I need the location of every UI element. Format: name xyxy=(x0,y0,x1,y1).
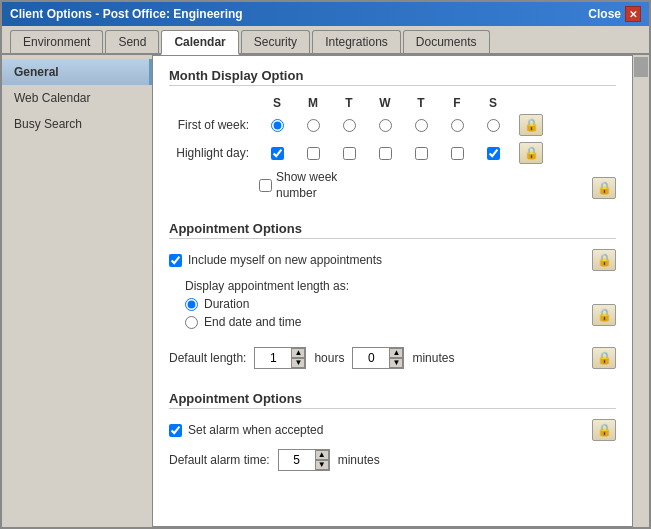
first-week-m[interactable] xyxy=(295,119,331,132)
set-alarm-label: Set alarm when accepted xyxy=(188,423,323,437)
first-week-s2[interactable] xyxy=(475,119,511,132)
close-button[interactable]: ✕ xyxy=(625,6,641,22)
highlight-day-lock[interactable]: 🔒 xyxy=(519,142,543,164)
include-myself-label: Include myself on new appointments xyxy=(188,253,382,267)
tab-documents[interactable]: Documents xyxy=(403,30,490,53)
main-panel: Month Display Option S M T W T F S First… xyxy=(152,55,633,527)
show-week-lock[interactable]: 🔒 xyxy=(592,177,616,199)
set-alarm-lock[interactable]: 🔒 xyxy=(592,419,616,441)
day-header-m: M xyxy=(295,96,331,110)
tab-environment[interactable]: Environment xyxy=(10,30,103,53)
include-myself-lock[interactable]: 🔒 xyxy=(592,249,616,271)
highlight-t1[interactable] xyxy=(331,147,367,160)
minutes-down-btn[interactable]: ▼ xyxy=(389,358,403,368)
hours-spinner: ▲ ▼ xyxy=(254,347,306,369)
day-header-t2: T xyxy=(403,96,439,110)
highlight-f[interactable] xyxy=(439,147,475,160)
close-icon: ✕ xyxy=(629,9,637,20)
highlight-t2[interactable] xyxy=(403,147,439,160)
first-week-t1[interactable] xyxy=(331,119,367,132)
minutes-spinner: ▲ ▼ xyxy=(352,347,404,369)
content-area: General Web Calendar Busy Search Month D… xyxy=(2,55,649,527)
tab-calendar[interactable]: Calendar xyxy=(161,30,238,55)
first-of-week-row: First of week: xyxy=(169,114,616,136)
day-headers: S M T W T F S xyxy=(259,96,616,110)
duration-lock[interactable]: 🔒 xyxy=(592,304,616,326)
lock-icon: 🔒 xyxy=(524,118,539,132)
alarm-spinner: ▲ ▼ xyxy=(278,449,330,471)
end-date-radio[interactable] xyxy=(185,316,198,329)
display-length-label: Display appointment length as: xyxy=(185,279,349,293)
sidebar-item-web-calendar[interactable]: Web Calendar xyxy=(2,85,152,111)
highlight-s2[interactable] xyxy=(475,147,511,160)
hours-label: hours xyxy=(314,351,344,365)
duration-radio[interactable] xyxy=(185,298,198,311)
hours-spinner-btns: ▲ ▼ xyxy=(291,348,305,368)
set-alarm-checkbox[interactable] xyxy=(169,424,182,437)
default-length-lock[interactable]: 🔒 xyxy=(592,347,616,369)
duration-radio-row: Duration xyxy=(185,297,592,311)
highlight-m[interactable] xyxy=(295,147,331,160)
lock-icon-3: 🔒 xyxy=(597,181,612,195)
highlight-day-row: Highlight day: xyxy=(169,142,616,164)
hours-down-btn[interactable]: ▼ xyxy=(291,358,305,368)
duration-radio-group: Duration End date and time xyxy=(185,297,592,329)
show-week-label: Show weeknumber xyxy=(276,170,337,201)
hours-input[interactable] xyxy=(255,348,291,368)
highlight-day-cells xyxy=(259,147,511,160)
duration-row: Duration End date and time 🔒 xyxy=(169,297,616,333)
minutes-input[interactable] xyxy=(353,348,389,368)
default-length-row: Default length: ▲ ▼ hours xyxy=(169,341,616,375)
first-week-t2[interactable] xyxy=(403,119,439,132)
sidebar-item-general[interactable]: General xyxy=(2,59,152,85)
alarm-down-btn[interactable]: ▼ xyxy=(315,460,329,470)
alarm-up-btn[interactable]: ▲ xyxy=(315,450,329,460)
calendar-grid: S M T W T F S First of week: xyxy=(169,96,616,205)
lock-icon-6: 🔒 xyxy=(597,351,612,365)
main-window: Client Options - Post Office: Engineerin… xyxy=(0,0,651,529)
end-date-label: End date and time xyxy=(204,315,301,329)
title-bar: Client Options - Post Office: Engineerin… xyxy=(2,2,649,26)
highlight-w[interactable] xyxy=(367,147,403,160)
day-header-s2: S xyxy=(475,96,511,110)
default-alarm-label: Default alarm time: xyxy=(169,453,270,467)
lock-icon-2: 🔒 xyxy=(524,146,539,160)
first-of-week-cells xyxy=(259,119,511,132)
lock-icon-7: 🔒 xyxy=(597,423,612,437)
alarm-input[interactable] xyxy=(279,450,315,470)
show-week-row: Show weeknumber 🔒 xyxy=(169,170,616,205)
show-week-content: Show weeknumber xyxy=(259,170,337,201)
minutes-up-btn[interactable]: ▲ xyxy=(389,348,403,358)
highlight-s1[interactable] xyxy=(259,147,295,160)
hours-up-btn[interactable]: ▲ xyxy=(291,348,305,358)
minutes-spinner-btns: ▲ ▼ xyxy=(389,348,403,368)
first-week-s1[interactable] xyxy=(259,119,295,132)
set-alarm-row: Set alarm when accepted 🔒 xyxy=(169,419,616,441)
include-myself-checkbox[interactable] xyxy=(169,254,182,267)
first-week-w[interactable] xyxy=(367,119,403,132)
length-inputs: Default length: ▲ ▼ hours xyxy=(169,347,592,369)
lock-icon-4: 🔒 xyxy=(597,253,612,267)
show-week-checkbox[interactable] xyxy=(259,179,272,192)
display-length-label-row: Display appointment length as: xyxy=(169,279,616,293)
set-alarm-checkbox-row: Set alarm when accepted xyxy=(169,423,592,437)
first-week-f[interactable] xyxy=(439,119,475,132)
include-myself-row: Include myself on new appointments 🔒 xyxy=(169,249,616,271)
sidebar-item-busy-search[interactable]: Busy Search xyxy=(2,111,152,137)
first-of-week-label: First of week: xyxy=(169,118,259,132)
highlight-day-label: Highlight day: xyxy=(169,146,259,160)
tab-send[interactable]: Send xyxy=(105,30,159,53)
close-label: Close xyxy=(588,7,621,21)
close-area[interactable]: Close ✕ xyxy=(588,6,641,22)
first-week-lock[interactable]: 🔒 xyxy=(519,114,543,136)
sidebar: General Web Calendar Busy Search xyxy=(2,55,152,527)
scroll-up-btn[interactable] xyxy=(634,57,648,77)
duration-label: Duration xyxy=(204,297,249,311)
appointment-options-title: Appointment Options xyxy=(169,221,616,239)
default-length-content: Default length: ▲ ▼ hours xyxy=(169,341,592,375)
day-header-w: W xyxy=(367,96,403,110)
scrollbar[interactable] xyxy=(633,55,649,527)
tab-integrations[interactable]: Integrations xyxy=(312,30,401,53)
tab-security[interactable]: Security xyxy=(241,30,310,53)
window-title: Client Options - Post Office: Engineerin… xyxy=(10,7,243,21)
